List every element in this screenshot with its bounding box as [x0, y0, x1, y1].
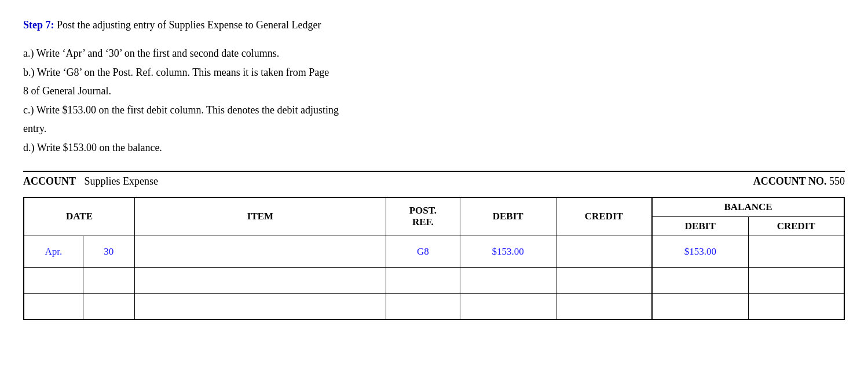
instruction-b2: 8 of General Journal.	[23, 82, 845, 100]
account-right: ACCOUNT NO. 550	[753, 175, 845, 188]
cell-post-ref: G8	[386, 236, 460, 267]
table-row: Apr. 30 G8 $153.00 $153.00	[24, 236, 844, 267]
account-left: ACCOUNT Supplies Expense	[23, 175, 158, 188]
th-date: DATE	[24, 197, 134, 236]
cell-bal-credit	[748, 236, 844, 267]
account-no-value: 550	[829, 175, 845, 187]
cell-item	[134, 236, 386, 267]
empty-row-1	[24, 267, 844, 293]
th-balance: BALANCE	[652, 197, 844, 217]
empty-row-2	[24, 293, 844, 319]
account-label: ACCOUNT	[23, 175, 76, 187]
cell-date1: Apr.	[24, 236, 83, 267]
cell-credit	[556, 236, 652, 267]
step-label: Step 7:	[23, 19, 54, 31]
cell-bal-debit: $153.00	[652, 236, 748, 267]
ledger-table: DATE ITEM POST. REF. DEBIT CREDIT BALANC…	[23, 197, 845, 321]
step-text: Post the adjusting entry of Supplies Exp…	[54, 19, 321, 31]
th-item: ITEM	[134, 197, 386, 236]
instruction-c2: entry.	[23, 120, 845, 138]
instruction-b: b.) Write ‘G8’ on the Post. Ref. column.…	[23, 64, 845, 82]
cell-debit: $153.00	[460, 236, 556, 267]
th-debit: DEBIT	[460, 197, 556, 236]
th-post-ref: POST. REF.	[386, 197, 460, 236]
account-header: ACCOUNT Supplies Expense ACCOUNT NO. 550	[23, 171, 845, 188]
instruction-c: c.) Write $153.00 on the first debit col…	[23, 101, 845, 119]
th-bal-credit: CREDIT	[748, 216, 844, 236]
account-no-label: ACCOUNT NO.	[753, 175, 827, 187]
instruction-a: a.) Write ‘Apr’ and ‘30’ on the first an…	[23, 45, 845, 63]
account-name: Supplies Expense	[85, 175, 159, 187]
th-bal-debit: DEBIT	[652, 216, 748, 236]
step-header: Step 7: Post the adjusting entry of Supp…	[23, 17, 845, 33]
instructions-block: a.) Write ‘Apr’ and ‘30’ on the first an…	[23, 45, 845, 157]
cell-date2: 30	[83, 236, 134, 267]
th-credit: CREDIT	[556, 197, 652, 236]
instruction-d: d.) Write $153.00 on the balance.	[23, 139, 845, 157]
